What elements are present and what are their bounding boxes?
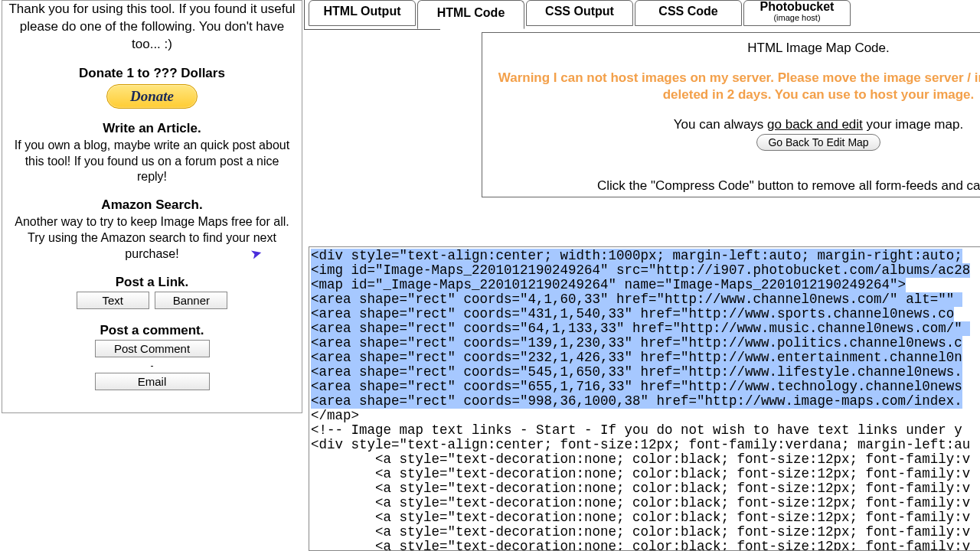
- amazon-heading: Amazon Search.: [8, 197, 296, 213]
- code-output[interactable]: <div style="text-align:center; width:100…: [309, 246, 980, 551]
- intro-text: Thank you for using this tool. If you fo…: [8, 1, 296, 54]
- comment-heading: Post a comment.: [8, 323, 296, 338]
- panel-title: HTML Image Map Code.: [493, 41, 980, 56]
- tab-label: CSS Code: [648, 5, 729, 18]
- donate-heading: Donate 1 to ??? Dollars: [8, 66, 296, 81]
- tab-css-code[interactable]: CSS Code: [635, 0, 742, 26]
- compress-text: Click the "Compress Code" button to remo…: [493, 178, 980, 194]
- goback-link[interactable]: go back and edit: [767, 117, 863, 132]
- main-panel: HTML Image Map Code. Warning I can not h…: [482, 32, 980, 197]
- tab-html-output[interactable]: HTML Output: [309, 0, 416, 26]
- tab-label: HTML Output: [322, 5, 403, 18]
- sidebar: Thank you for using this tool. If you fo…: [2, 0, 302, 413]
- article-text: If you own a blog, maybe write an quick …: [8, 138, 296, 185]
- tab-photobucket[interactable]: Photobucket (image host): [743, 0, 851, 26]
- tab-css-output[interactable]: CSS Output: [526, 0, 633, 26]
- goback-c: your image map.: [863, 117, 963, 132]
- article-heading: Write an Article.: [8, 121, 296, 136]
- go-back-button[interactable]: Go Back To Edit Map: [756, 134, 880, 151]
- tab-label: HTML Code: [430, 7, 511, 20]
- post-comment-button[interactable]: Post Comment: [95, 340, 210, 357]
- warning-text: Warning I can not host images on my serv…: [493, 70, 980, 103]
- donate-button[interactable]: Donate: [106, 84, 198, 109]
- goback-a: You can always: [674, 117, 767, 132]
- tab-sublabel: (image host): [756, 14, 838, 23]
- tab-label: Photobucket: [756, 1, 838, 14]
- email-button[interactable]: Email: [95, 373, 210, 390]
- tab-html-code[interactable]: HTML Code: [417, 0, 524, 29]
- text-link-button[interactable]: Text: [77, 292, 149, 309]
- postlink-heading: Post a Link.: [8, 275, 296, 290]
- tab-bar: HTML Output HTML Code CSS Output CSS Cod…: [309, 0, 851, 29]
- divider-dash: -: [8, 360, 296, 371]
- banner-link-button[interactable]: Banner: [155, 292, 227, 309]
- goback-text: You can always go back and edit your ima…: [493, 117, 980, 132]
- tab-label: CSS Output: [539, 5, 620, 18]
